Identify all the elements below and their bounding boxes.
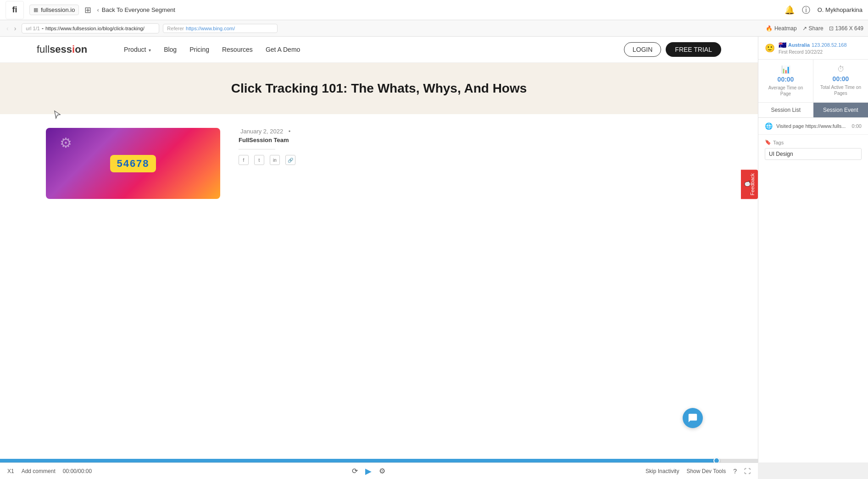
site-selector[interactable]: ▦ fullsession.io [29, 5, 79, 15]
feedback-tab-container: 💬 Feedback [741, 170, 758, 199]
user-ip: 123.208.52.168 [812, 42, 846, 48]
nav-forward-button[interactable]: › [12, 24, 18, 33]
help-icon[interactable]: ? [733, 468, 737, 475]
blog-image-overlay: 54678 [46, 128, 220, 199]
timeline-progress [0, 459, 720, 462]
top-bar: fi ▦ fullsession.io ⊞ ‹ Back To Everyone… [0, 0, 868, 20]
chevron-left-icon: ‹ [97, 6, 99, 13]
blog-date: January 2, 2022 • [239, 128, 712, 135]
nav-get-demo[interactable]: Get A Demo [266, 46, 300, 53]
zoom-level: X1 [7, 468, 14, 474]
site-navigation: fullsession Product ▾ Blog Pricing Resou… [0, 37, 758, 63]
heatmap-button[interactable]: 🔥 Heatmap [766, 25, 797, 32]
url-number: url 1/1 [26, 26, 40, 31]
info-icon[interactable]: ⓘ [802, 5, 810, 16]
avg-time-stat: 📊 00:00 Average Time on Page [758, 60, 813, 102]
tab-session-event[interactable]: Session Event [813, 103, 868, 117]
nav-product[interactable]: Product ▾ [124, 46, 151, 53]
share-linkedin-icon[interactable]: in [270, 155, 280, 165]
chat-button[interactable] [683, 408, 703, 428]
nav-right: LOGIN FREE TRIAL [624, 42, 721, 57]
fullscreen-toggle-icon[interactable]: ⛶ [744, 468, 751, 475]
show-dev-tools-button[interactable]: Show Dev Tools [686, 468, 726, 474]
login-button[interactable]: LOGIN [624, 42, 662, 57]
referer-label: Referer [167, 26, 184, 31]
play-button[interactable]: ▶ [365, 466, 372, 476]
feedback-icon: 💬 [744, 182, 750, 187]
nav-blog[interactable]: Blog [164, 46, 177, 53]
referer-url: https://www.bing.com/ [186, 26, 235, 31]
add-comment-button[interactable]: Add comment [22, 468, 56, 474]
nav-arrows: ‹ › [5, 24, 18, 33]
blog-meta: January 2, 2022 • FullSession Team f t i… [239, 128, 712, 165]
heatmap-icon: 🔥 [766, 25, 773, 32]
bottom-controls-right: Skip Inactivity Show Dev Tools ? ⛶ [645, 468, 751, 475]
share-link-icon[interactable]: 🔗 [285, 155, 295, 165]
referer-bar: Referer https://www.bing.com/ [163, 24, 278, 33]
back-button[interactable]: ‹ Back To Everyone Segment [97, 6, 175, 13]
hero-title: Click Tracking 101: The Whats, Whys, And… [218, 81, 540, 96]
share-twitter-icon[interactable]: t [254, 155, 264, 165]
nav-pricing[interactable]: Pricing [189, 46, 209, 53]
tags-section: 🔖 Tags [758, 135, 868, 165]
url-bar[interactable]: url 1/1 - https://www.fullsession.io/blo… [22, 23, 159, 33]
rewind-button[interactable]: ⟳ [352, 467, 358, 475]
tabs-row: Session List Session Event [758, 103, 868, 118]
nav-resources[interactable]: Resources [222, 46, 253, 53]
preview-panel: fullsession Product ▾ Blog Pricing Resou… [0, 37, 758, 462]
notification-icon[interactable]: 🔔 [785, 5, 795, 15]
share-facebook-icon[interactable]: f [239, 155, 249, 165]
avg-time-label: Average Time on Page [763, 85, 808, 97]
url-separator: - [42, 25, 44, 32]
session-item-text: Visited page https://www.fulls... [776, 123, 848, 129]
time-display: 00:00/00:00 [63, 468, 92, 474]
browser-bar: ‹ › url 1/1 - https://www.fullsession.io… [0, 20, 868, 37]
blog-divider [239, 149, 275, 149]
stats-row: 📊 00:00 Average Time on Page ⏱ 00:00 Tot… [758, 60, 868, 103]
settings-button[interactable]: ⚙ [379, 467, 385, 475]
user-avatar-icon: 🙂 [765, 43, 775, 53]
tab-session-list[interactable]: Session List [758, 103, 813, 117]
total-time-label: Total Active Time on Pages [818, 84, 863, 96]
grid-icon[interactable]: ⊞ [84, 5, 91, 15]
main-area: fullsession Product ▾ Blog Pricing Resou… [0, 37, 868, 462]
share-icon: ↗ [802, 25, 807, 32]
total-time-stat: ⏱ 00:00 Total Active Time on Pages [813, 60, 868, 102]
blog-author: FullSession Team [239, 137, 712, 143]
content-area: ⚙ 54678 January 2, 2022 • FullSession Te… [0, 114, 758, 213]
tags-input[interactable] [765, 148, 862, 160]
right-panel: 🙂 🇦🇺 Australia 123.208.52.168 First Reco… [758, 37, 868, 462]
top-bar-right: 🔔 ⓘ O. Mykhoparkina [785, 5, 862, 16]
product-arrow-icon: ▾ [147, 48, 151, 53]
blog-date-text: January 2, 2022 [240, 128, 283, 135]
feedback-tab[interactable]: 💬 Feedback [741, 170, 758, 199]
timeline-bar[interactable] [0, 459, 758, 462]
skip-inactivity-button[interactable]: Skip Inactivity [645, 468, 679, 474]
session-item: 🌐 Visited page https://www.fulls... 0:00 [758, 118, 868, 135]
fullscreen-button[interactable]: ⊡ 1366 X 649 [829, 25, 863, 32]
back-button-label: Back To Everyone Segment [102, 6, 175, 13]
share-icons: f t in 🔗 [239, 155, 712, 165]
country-name: Australia [788, 42, 810, 48]
bottom-bar: X1 Add comment 00:00/00:00 ⟳ ▶ ⚙ Skip In… [0, 462, 758, 479]
total-time-value: 00:00 [818, 75, 863, 83]
app-logo: fi [6, 1, 24, 19]
first-record: First Record 10/22/22 [779, 50, 862, 55]
website-content: fullsession Product ▾ Blog Pricing Resou… [0, 37, 758, 462]
globe-icon: 🌐 [765, 122, 773, 130]
blog-image: ⚙ 54678 [46, 128, 220, 199]
resolution-label: 1366 X 649 [835, 25, 863, 32]
share-button[interactable]: ↗ Share [802, 25, 823, 32]
free-trial-button[interactable]: FREE TRIAL [666, 42, 721, 57]
avg-time-value: 00:00 [763, 76, 808, 83]
nav-back-button[interactable]: ‹ [5, 24, 11, 33]
blog-date-sep: • [289, 128, 291, 135]
share-label: Share [809, 25, 823, 32]
user-details: 🇦🇺 Australia 123.208.52.168 First Record… [779, 41, 862, 55]
bookmark-icon: 🔖 [765, 139, 771, 145]
nav-items: Product ▾ Blog Pricing Resources Get A D… [124, 46, 300, 53]
site-logo: fullsession [37, 44, 87, 55]
browser-tools: 🔥 Heatmap ↗ Share ⊡ 1366 X 649 [766, 25, 863, 32]
url-text: https://www.fullsession.io/blog/click-tr… [45, 26, 145, 31]
time-current: 00:00 [63, 468, 77, 474]
